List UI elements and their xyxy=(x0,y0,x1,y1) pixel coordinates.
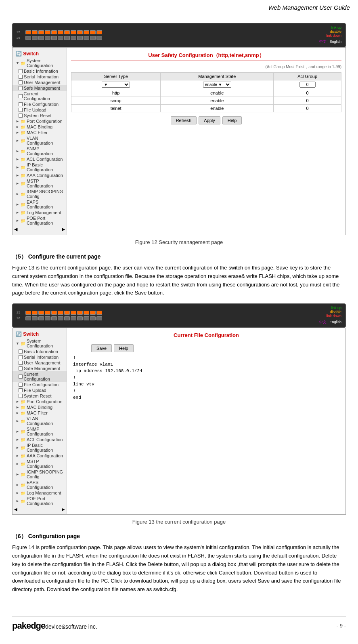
sidebar-mstp-config[interactable]: ► 📁 MSTP Configuration xyxy=(13,178,67,189)
sidebar-basic-info[interactable]: Basic Information xyxy=(13,68,67,74)
sidebar-poe-config[interactable]: ► 📁 POE Port Configuration xyxy=(13,215,67,226)
sidebar-port-config[interactable]: ► 📁 Port Configuration xyxy=(13,118,67,124)
sidebar-acl-config[interactable]: ► 📁 ACL Configuration xyxy=(13,156,67,162)
mgmt-state-telnet: enable xyxy=(161,105,274,112)
sidebar-log-mgmt[interactable]: ► 📁 Log Management xyxy=(13,210,67,215)
sidebar-port-13[interactable]: ►📁 Port Configuration xyxy=(13,399,67,404)
folder-icon-eaps: 📁 xyxy=(21,202,25,207)
lang-en-fig13[interactable]: English xyxy=(329,320,341,324)
folder-icon-aaa: 📁 xyxy=(21,173,25,178)
sidebar-fig12: 🔄 Switch ▼ 📁 System Configuration Basic … xyxy=(13,48,67,235)
expand-icon-mac: ► xyxy=(16,125,19,129)
sidebar-mac-filter[interactable]: ► 📁 MAC Filter xyxy=(13,130,67,135)
folder-icon-log: 📁 xyxy=(21,210,25,215)
sidebar-title-fig12: 🔄 Switch xyxy=(13,50,67,58)
doc-icon-file xyxy=(19,102,23,106)
folder-icon-ip: 📁 xyxy=(21,165,25,170)
sidebar-user-mgmt[interactable]: User Management xyxy=(13,80,67,85)
sidebar-filec-13[interactable]: File Configuration xyxy=(13,382,67,387)
sidebar-igmp-config[interactable]: ► 📁 IGMP SNOOPING Config xyxy=(13,189,67,199)
table-row-telnet: telnet enable 0 xyxy=(71,105,341,112)
sidebar-vlan-config[interactable]: ► 📁 VLAN Configuration xyxy=(13,135,67,146)
sidebar-eaps-13[interactable]: ►📁 EAPS Configuration xyxy=(13,480,67,490)
folder-icon-igmp: 📁 xyxy=(21,192,25,196)
sidebar-log-13[interactable]: ►📁 Log Management xyxy=(13,490,67,496)
apply-button[interactable]: Apply xyxy=(199,116,220,124)
sidebar-file-upload[interactable]: File Upload xyxy=(13,107,67,113)
expand-icon-eaps: ► xyxy=(16,202,19,206)
expand-icon-ip: ► xyxy=(16,165,19,169)
expand-icon-system: ▼ xyxy=(16,61,19,65)
folder-icon-snmp: 📁 xyxy=(21,149,25,154)
figure12-block: 25 26 link up disable link down xyxy=(12,23,346,245)
help-button-fig12[interactable]: Help xyxy=(222,116,242,124)
expand-icon-igmp: ► xyxy=(16,192,19,196)
current-config-title: Current File Configuration xyxy=(71,332,341,340)
sidebar-mstp-13[interactable]: ►📁 MSTP Configuration xyxy=(13,459,67,469)
expand-icon-aaa: ► xyxy=(16,173,19,177)
fig13-caption: Figure 13 the current configuration page xyxy=(12,519,346,525)
sidebar-snmp-config[interactable]: ► 📁 SNMP Configuration xyxy=(13,146,67,156)
mgmt-state-select[interactable]: enable ▼ xyxy=(203,82,231,88)
sidebar-macb-13[interactable]: ►📁 MAC Binding xyxy=(13,404,67,410)
sidebar-serial-13[interactable]: Serial Information xyxy=(13,354,67,360)
lang-en-fig12[interactable]: English xyxy=(329,40,341,44)
sidebar-current-config[interactable]: Current Configuration xyxy=(13,91,67,101)
lang-cn-fig13[interactable]: 中文 xyxy=(319,320,327,324)
sidebar-safe-mgmt[interactable]: Safe Management xyxy=(13,85,67,91)
sidebar-snmp-13[interactable]: ►📁 SNMP Configuration xyxy=(13,426,67,437)
server-type-select[interactable]: ▼ xyxy=(102,82,130,88)
scroll-left-13[interactable]: ◀ xyxy=(14,507,17,511)
scroll-left-arrow[interactable]: ◀ xyxy=(14,227,17,232)
help-button-fig13[interactable]: Help xyxy=(114,344,134,352)
save-button-fig13[interactable]: Save xyxy=(91,344,112,352)
sidebar-system-reset[interactable]: System Reset xyxy=(13,113,67,118)
sidebar-file-config[interactable]: File Configuration xyxy=(13,101,67,107)
expand-icon-snmp: ► xyxy=(16,149,19,153)
sidebar-aaa-13[interactable]: ►📁 AAA Configuration xyxy=(13,453,67,459)
table-row-snmp: snmp enable 0 xyxy=(71,97,341,105)
sidebar-aaa-config[interactable]: ► 📁 AAA Configuration xyxy=(13,173,67,178)
sidebar-user-13[interactable]: User Management xyxy=(13,360,67,366)
sidebar-group-system[interactable]: ▼ 📁 System Configuration xyxy=(13,58,67,68)
col-mgmt-state: Management State xyxy=(161,73,274,80)
sidebar-fileu-13[interactable]: File Upload xyxy=(13,387,67,393)
switch-device-fig13: 25 26 link up disable link down xyxy=(12,303,346,328)
sidebar-ip-basic[interactable]: ► 📁 IP Basic Configuration xyxy=(13,162,67,173)
scroll-right-arrow[interactable]: ▶ xyxy=(62,227,65,232)
mgmt-state-snmp: enable xyxy=(161,97,274,105)
sidebar-mac-binding[interactable]: ► 📁 MAC Binding xyxy=(13,124,67,130)
sidebar-serial-info[interactable]: Serial Information xyxy=(13,74,67,80)
sidebar-macf-13[interactable]: ►📁 MAC Filter xyxy=(13,410,67,416)
sidebar-eaps-config[interactable]: ► 📁 EAPS Configuration xyxy=(13,199,67,210)
sidebar-vlan-13[interactable]: ►📁 VLAN Configuration xyxy=(13,416,67,426)
sidebar-sysreset-13[interactable]: System Reset xyxy=(13,393,67,399)
sidebar-ip-13[interactable]: ►📁 IP Basic Configuration xyxy=(13,442,67,453)
sidebar-igmp-13[interactable]: ►📁 IGMP SNOOPING Config xyxy=(13,469,67,480)
acl-group-snmp: 0 xyxy=(274,97,341,105)
folder-icon-mstp: 📁 xyxy=(21,181,25,186)
sidebar-poe-13[interactable]: ►📁 POE Port Configuration xyxy=(13,496,67,506)
scroll-right-13[interactable]: ▶ xyxy=(62,507,65,511)
sidebar-group-system-13[interactable]: ▼ 📁 System Configuration xyxy=(13,338,67,349)
acl-group-telnet: 0 xyxy=(274,105,341,112)
fig13-btn-row: Save Help xyxy=(91,344,341,352)
acl-note: (Acl Group Must Exist，and range in 1-99) xyxy=(71,64,341,70)
main-content-fig13: Current File Configuration Save Help ! i… xyxy=(67,328,345,514)
refresh-button[interactable]: Refresh xyxy=(171,116,197,124)
lang-cn-fig12[interactable]: 中文 xyxy=(319,40,327,44)
sidebar-acl-13[interactable]: ►📁 ACL Configuration xyxy=(13,437,67,442)
expand-icon-macf: ► xyxy=(16,130,19,135)
doc-icon-reset xyxy=(19,114,23,118)
section6-heading: （6） Configuration page xyxy=(12,533,346,540)
sidebar-safe-13[interactable]: Safe Management xyxy=(13,366,67,371)
doc-icon-safe xyxy=(19,86,23,90)
sidebar-current-13[interactable]: Current Configuration xyxy=(13,371,67,382)
panel-fig13: 🔄 Switch ▼ 📁 System Configuration Basic … xyxy=(12,328,346,515)
expand-icon-poe: ► xyxy=(16,219,19,223)
table-row-http: http enable 0 xyxy=(71,89,341,97)
folder-icon-vlan: 📁 xyxy=(21,139,25,143)
acl-group-input[interactable] xyxy=(299,82,316,88)
doc-icon-current xyxy=(19,94,23,98)
sidebar-basic-13[interactable]: Basic Information xyxy=(13,349,67,354)
